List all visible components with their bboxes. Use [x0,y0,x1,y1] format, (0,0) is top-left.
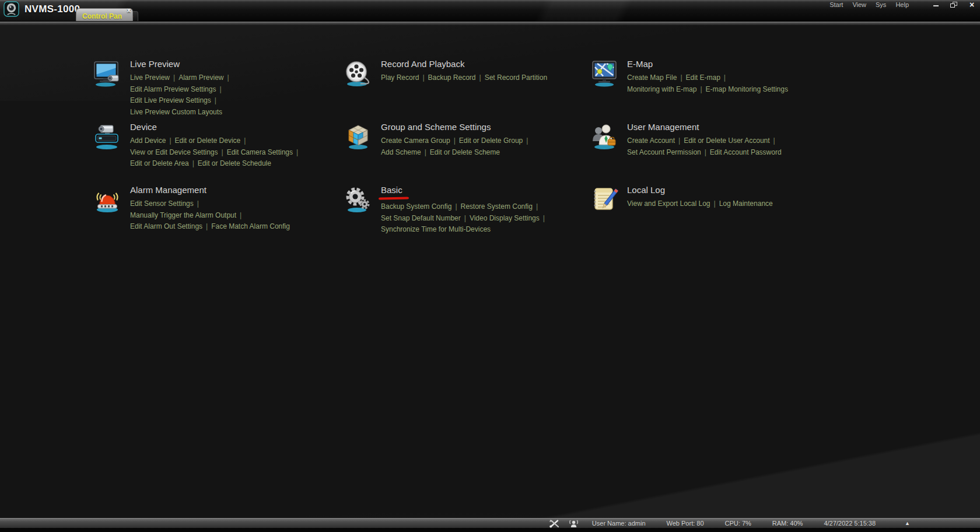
link-backup-record[interactable]: Backup Record [428,74,476,82]
link-add-scheme[interactable]: Add Scheme [381,148,421,156]
link-create-account[interactable]: Create Account [627,136,675,145]
module-title-local-log[interactable]: Local Log [627,184,665,196]
module-links-record-and-playback: Play Record|Backup Record|Set Record Par… [381,72,547,83]
broadcast-person-icon[interactable] [568,519,579,528]
menu-view[interactable]: View [852,1,866,8]
link-edit-camera-settings[interactable]: Edit Camera Settings [227,148,293,156]
tools-icon[interactable] [549,519,560,528]
link-log-maintenance[interactable]: Log Maintenance [719,200,773,208]
link-set-account-permission[interactable]: Set Account Permission [627,148,701,156]
alarm-siren-icon[interactable] [93,186,121,213]
module-user-management: User ManagementCreate Account|Edit or De… [590,121,963,158]
link-play-record[interactable]: Play Record [381,74,419,82]
link-edit-alarm-preview-settings[interactable]: Edit Alarm Preview Settings [130,85,216,93]
link-edit-alarm-out-settings[interactable]: Edit Alarm Out Settings [130,222,202,230]
map-monitor-icon[interactable] [590,60,618,87]
link-view-and-export-local-log[interactable]: View and Export Local Log [627,200,710,208]
link-line: Edit Alarm Preview Settings| [130,83,233,95]
link-separator: | [774,136,775,145]
link-line: View and Export Local Log|Log Maintenanc… [627,198,773,209]
link-edit-live-preview-settings[interactable]: Edit Live Preview Settings [130,96,211,104]
module-links-e-map: Create Map File|Edit E-map|Monitoring wi… [627,72,788,94]
link-line: Play Record|Backup Record|Set Record Par… [381,72,547,83]
minimize-button[interactable] [931,1,940,8]
link-e-map-monitoring-settings[interactable]: E-map Monitoring Settings [706,85,788,93]
link-line: Create Map File|Edit E-map| [627,72,788,83]
module-links-alarm-management: Edit Sensor Settings|Manually Trigger th… [130,198,290,232]
module-title-group-and-scheme-settings[interactable]: Group and Scheme Settings [381,121,491,133]
link-line: Edit Sensor Settings| [130,198,290,209]
link-separator: | [724,74,726,82]
control-panel-content: Live PreviewLive Preview|Alarm Preview|E… [0,25,980,518]
link-edit-e-map[interactable]: Edit E-map [686,74,720,82]
link-view-or-edit-device-settings[interactable]: View or Edit Device Settings [130,148,218,156]
link-face-match-alarm-config[interactable]: Face Match Alarm Config [211,222,290,230]
tab-close-icon[interactable]: x [127,6,131,13]
module-live-preview: Live PreviewLive Preview|Alarm Preview|E… [93,58,344,117]
notepad-pencil-icon[interactable] [590,186,618,213]
camera-dvr-icon[interactable] [93,123,121,150]
link-create-map-file[interactable]: Create Map File [627,74,677,82]
link-live-preview-custom-layouts[interactable]: Live Preview Custom Layouts [130,108,222,116]
link-line: Add Scheme|Edit or Delete Scheme [381,146,531,158]
link-separator: | [192,159,194,167]
module-title-e-map[interactable]: E-Map [627,58,653,70]
link-live-preview[interactable]: Live Preview [130,74,170,82]
users-briefcase-icon[interactable] [590,123,618,150]
link-line: Create Camera Group|Edit or Delete Group… [381,135,531,146]
status-user-name: User Name: admin [592,520,646,527]
link-separator: | [169,136,171,145]
close-button[interactable]: × [967,1,977,8]
link-edit-or-delete-group[interactable]: Edit or Delete Group [459,136,523,145]
status-web-port: Web Port: 80 [667,520,704,527]
link-synchronize-time-for-multi-devices[interactable]: Synchronize Time for Multi-Devices [381,225,491,233]
module-group-and-scheme-settings: Group and Scheme SettingsCreate Camera G… [344,121,590,158]
link-line: Edit Alarm Out Settings|Face Match Alarm… [130,220,290,232]
link-backup-system-config[interactable]: Backup System Config [381,202,452,211]
tab-control-panel[interactable]: Control Pan x [76,8,133,21]
module-title-record-and-playback[interactable]: Record And Playback [381,58,464,70]
link-monitoring-with-e-map[interactable]: Monitoring with E-map [627,85,696,93]
link-line: View or Edit Device Settings|Edit Camera… [130,146,302,158]
link-create-camera-group[interactable]: Create Camera Group [381,136,450,145]
link-edit-sensor-settings[interactable]: Edit Sensor Settings [130,200,194,208]
cube-blocks-icon[interactable] [344,123,372,150]
gears-icon[interactable] [344,186,372,213]
module-title-live-preview[interactable]: Live Preview [130,58,180,70]
module-basic: BasicBackup System Config|Restore System… [344,184,590,235]
link-set-snap-default-number[interactable]: Set Snap Default Number [381,214,461,222]
link-set-record-partition[interactable]: Set Record Partition [485,74,547,82]
module-title-basic[interactable]: Basic [381,184,402,196]
link-manually-trigger-the-alarm-output[interactable]: Manually Trigger the Alarm Output [130,211,236,219]
link-line: Create Account|Edit or Delete User Accou… [627,135,782,146]
menu-help[interactable]: Help [895,1,909,8]
link-video-display-settings[interactable]: Video Display Settings [470,214,540,222]
tab-label: Control Pan [82,12,122,20]
menu-sys[interactable]: Sys [876,1,886,8]
link-separator: | [705,148,706,156]
menu-start[interactable]: Start [830,1,843,8]
module-links-local-log: View and Export Local Log|Log Maintenanc… [627,198,773,209]
module-title-user-management[interactable]: User Management [627,121,699,133]
link-edit-or-delete-scheme[interactable]: Edit or Delete Scheme [430,148,500,156]
link-edit-or-delete-area[interactable]: Edit or Delete Area [130,159,189,167]
monitor-camera-icon[interactable] [93,60,121,87]
link-line: Live Preview|Alarm Preview| [130,72,233,83]
restore-button[interactable] [949,1,958,8]
film-reel-icon[interactable] [344,60,372,87]
link-separator: | [197,200,199,208]
module-title-device[interactable]: Device [130,121,157,133]
link-edit-account-password[interactable]: Edit Account Password [710,148,782,156]
module-title-alarm-management[interactable]: Alarm Management [130,184,206,196]
statusbar-expand-button[interactable]: ▲ [905,520,910,526]
link-edit-or-delete-user-account[interactable]: Edit or Delete User Account [684,136,769,145]
link-separator: | [425,148,426,156]
link-edit-or-delete-device[interactable]: Edit or Delete Device [175,136,241,145]
link-alarm-preview[interactable]: Alarm Preview [178,74,223,82]
link-edit-or-delete-schedule[interactable]: Edit or Delete Schedule [198,159,271,167]
module-device: DeviceAdd Device|Edit or Delete Device|V… [93,121,344,169]
status-ram: RAM: 40% [772,520,803,527]
link-add-device[interactable]: Add Device [130,136,166,145]
title-bar: NVMS-1000 StartViewSysHelp× Control Pan … [0,0,980,22]
link-restore-system-config[interactable]: Restore System Config [461,202,533,211]
